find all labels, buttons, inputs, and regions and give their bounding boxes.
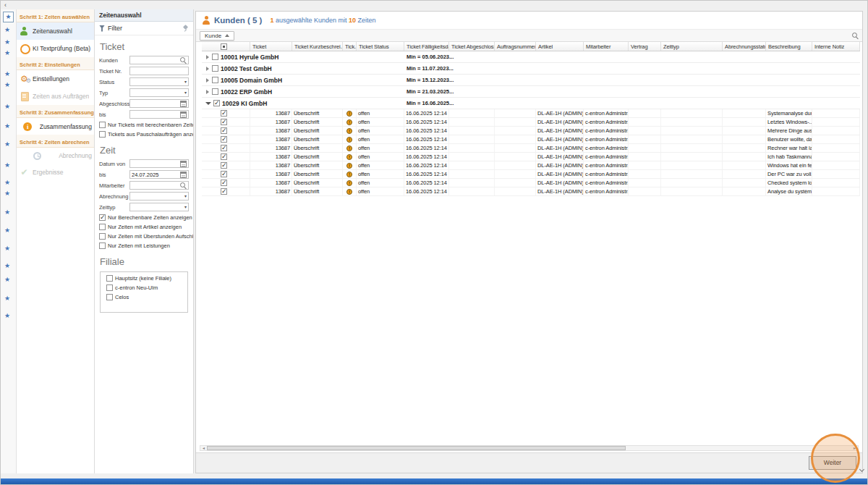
star-icon[interactable]: ★: [4, 190, 10, 197]
row-checkbox[interactable]: [221, 136, 227, 143]
bis-input[interactable]: 24.07.2025: [129, 170, 189, 179]
checkbox-box[interactable]: [99, 233, 106, 240]
search-icon[interactable]: [851, 32, 859, 39]
abrechnung-input[interactable]: ▾: [129, 192, 189, 201]
column-header-faellig[interactable]: Ticket Fälligkeitsda...: [404, 42, 449, 51]
scroll-left-arrow[interactable]: ◂: [200, 446, 207, 451]
checkbox-box[interactable]: [106, 275, 113, 282]
group-checkbox[interactable]: [212, 65, 218, 72]
star-icon[interactable]: ★: [4, 122, 10, 130]
checkbox-box[interactable]: [99, 242, 106, 249]
wizard-item-einstellungen[interactable]: ⚙Einstellungen: [17, 70, 94, 88]
zeittyp-input[interactable]: ▾: [129, 203, 189, 211]
expand-group-icon[interactable]: [206, 55, 209, 59]
scrollbar-track[interactable]: [207, 446, 851, 450]
column-header-ticket[interactable]: Ticket: [250, 42, 292, 51]
scroll-right-arrow[interactable]: ▸: [851, 446, 858, 451]
group-row[interactable]: 10002 Test GmbHMin = 11.07.2023...: [202, 63, 860, 75]
table-row[interactable]: 13687Überschrift!offen16.06.2025 12:14DL…: [202, 118, 860, 127]
checkbox-box[interactable]: [99, 214, 106, 221]
calendar-icon[interactable]: [180, 101, 187, 107]
group-row[interactable]: 10022 ERP GmbHMin = 21.03.2025...: [202, 86, 860, 98]
row-checkbox[interactable]: [221, 145, 227, 151]
star-icon[interactable]: ★: [4, 179, 10, 186]
expand-group-icon[interactable]: [206, 78, 209, 83]
column-header-notiz[interactable]: Interne Notiz: [812, 42, 860, 51]
star-icon[interactable]: ★: [4, 161, 10, 169]
wizard-item-abrechnung[interactable]: Abrechnung: [17, 148, 94, 164]
group-row[interactable]: 10029 KI GmbHMin = 16.06.2025...: [202, 98, 860, 109]
calendar-icon[interactable]: [180, 111, 187, 118]
dropdown-arrow-icon[interactable]: ▾: [184, 89, 187, 96]
column-header-status[interactable]: Ticket Status: [357, 42, 404, 51]
expand-group-icon[interactable]: [206, 67, 209, 71]
table-row[interactable]: 13687Überschrift!offen16.06.2025 12:14DL…: [202, 109, 860, 118]
checkbox-nur-zeiten-mit-artikel-anzeigen[interactable]: Nur Zeiten mit Artikel anzeigen: [95, 222, 193, 232]
mitarbeiter-input[interactable]: [129, 181, 189, 190]
group-checkbox[interactable]: [213, 100, 220, 106]
row-checkbox[interactable]: [221, 162, 227, 169]
checkbox-nur-zeiten-mit-leistungen[interactable]: Nur Zeiten mit Leistungen: [95, 241, 193, 250]
table-row[interactable]: 13687Überschrift!offen16.06.2025 12:14DL…: [202, 135, 860, 144]
group-checkbox[interactable]: [212, 88, 218, 95]
column-header-mitarbeiter[interactable]: Mitarbeiter: [584, 42, 629, 51]
column-header-artikel[interactable]: Artikel: [536, 42, 584, 51]
star-icon[interactable]: ★: [4, 262, 10, 269]
checkbox-box[interactable]: [99, 131, 106, 138]
column-header-kurz[interactable]: Ticket Kurzbeschrei...: [292, 42, 343, 51]
table-row[interactable]: 13687Überschrift!offen16.06.2025 12:14DL…: [202, 179, 860, 187]
wizard-item-zeitenauswahl[interactable]: Zeitenauswahl: [17, 22, 94, 40]
checkbox-nur-berechenbare-zeiten-anzeigen[interactable]: Nur Berechenbare Zeiten anzeigen: [95, 213, 193, 222]
bis-input[interactable]: [129, 110, 189, 119]
pin-icon[interactable]: [182, 25, 189, 32]
wizard-item-ergebnisse[interactable]: ✔Ergebnisse: [17, 164, 94, 181]
group-row[interactable]: 10001 Hyrule GmbHMin = 05.06.2023...: [202, 51, 860, 63]
star-icon[interactable]: ★: [4, 81, 10, 88]
collapse-group-icon[interactable]: [205, 102, 211, 105]
weiter-button[interactable]: Weiter: [809, 456, 856, 470]
table-row[interactable]: 13687Überschrift!offen16.06.2025 12:14DL…: [202, 144, 860, 153]
datum-von-input[interactable]: [129, 159, 189, 168]
star-icon[interactable]: ★: [4, 26, 10, 33]
column-header-abgeschl[interactable]: Ticket Abgeschloss...: [449, 42, 495, 51]
column-header-auftrag[interactable]: Auftragsnummer: [495, 42, 536, 51]
star-icon[interactable]: ★: [4, 295, 10, 302]
calendar-icon[interactable]: [180, 172, 187, 178]
star-icon[interactable]: ★: [4, 208, 10, 216]
search-icon[interactable]: [179, 56, 187, 64]
dropdown-arrow-icon[interactable]: ▾: [184, 193, 187, 200]
star-button[interactable]: ★: [3, 12, 14, 22]
column-header-vertrag[interactable]: Vertrag: [629, 42, 661, 51]
star-icon[interactable]: ★: [4, 312, 10, 319]
group-checkbox[interactable]: [212, 54, 218, 60]
checkbox-c-entron-neu-ulm[interactable]: c-entron Neu-Ulm: [102, 283, 186, 292]
horizontal-scrollbar[interactable]: ◂ ▸: [200, 445, 859, 451]
table-row[interactable]: 13687Überschrift!offen16.06.2025 12:14DL…: [202, 153, 860, 161]
star-icon[interactable]: ★: [4, 49, 10, 56]
wizard-item-zeiten-aus-aufträgen[interactable]: Zeiten aus Aufträgen: [17, 88, 94, 105]
column-header-beschreibung[interactable]: Beschreibung: [766, 42, 812, 51]
typ-input[interactable]: ▾: [129, 88, 189, 97]
row-checkbox[interactable]: [221, 188, 227, 195]
table-row[interactable]: 13687Überschrift!offen16.06.2025 12:14DL…: [202, 170, 860, 179]
kunden-input[interactable]: [129, 56, 189, 64]
row-checkbox[interactable]: [221, 180, 227, 186]
checkbox-nur-tickets-mit-berechenbaren-zeiten[interactable]: Nur Tickets mit berechenbaren Zeiten: [95, 120, 193, 130]
star-icon[interactable]: ★: [4, 245, 10, 252]
wizard-item-ki-textprüfung-beta[interactable]: KI Textprüfung (Beta): [17, 40, 94, 57]
checkbox-tickets-aus-pauschalaufträgen-anzeigen[interactable]: Tickets aus Pauschalaufträgen anzeigen: [95, 130, 193, 139]
checkbox-hauptsitz-keine-filiale[interactable]: Hauptsitz (keine Filiale): [102, 274, 186, 283]
row-checkbox[interactable]: [221, 110, 227, 117]
column-header-zeittyp[interactable]: Zeittyp: [661, 42, 723, 51]
select-all-checkbox[interactable]: [221, 43, 227, 50]
abgeschlossen-input[interactable]: [129, 99, 189, 108]
row-checkbox[interactable]: [221, 153, 227, 160]
checkbox-box[interactable]: [106, 294, 113, 300]
column-header-sel[interactable]: [202, 42, 250, 51]
group-row[interactable]: 10005 Domain GmbHMin = 15.12.2023...: [202, 75, 860, 86]
table-row[interactable]: 13687Überschrift!offen16.06.2025 12:14DL…: [202, 161, 860, 170]
status-input[interactable]: ▾: [129, 77, 189, 86]
column-header-abrstatus[interactable]: Abrechnungsstatus: [723, 42, 766, 51]
row-checkbox[interactable]: [221, 119, 227, 125]
row-checkbox[interactable]: [221, 127, 227, 134]
